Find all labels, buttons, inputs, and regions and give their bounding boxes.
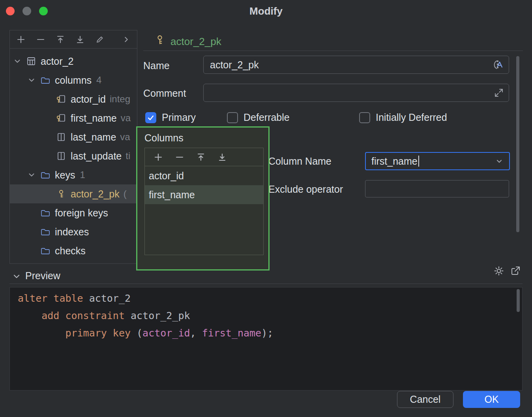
- header-divider: [143, 51, 523, 51]
- tree-toolbar: [10, 30, 137, 49]
- count-badge: 1: [80, 169, 85, 180]
- folder-icon: [40, 170, 51, 180]
- expand-icon[interactable]: [494, 88, 504, 98]
- text-cursor: [418, 156, 419, 167]
- tree-item-label: actor_2_pk: [71, 188, 120, 200]
- remove-icon[interactable]: [36, 35, 45, 44]
- tree-item-first-name[interactable]: first_name va: [10, 109, 137, 128]
- comment-input[interactable]: [203, 84, 509, 102]
- code-token: );: [261, 327, 273, 339]
- tree-item-label: indexes: [55, 226, 89, 238]
- code-token: [125, 310, 131, 321]
- move-up-icon[interactable]: [196, 152, 206, 162]
- titlebar: Modify: [0, 0, 532, 22]
- columns-panel-title: Columns: [137, 128, 268, 148]
- primary-checkbox[interactable]: [145, 112, 156, 123]
- tree-item-label: columns: [55, 75, 92, 86]
- tree-item-label: foreign keys: [55, 207, 108, 219]
- tree-item-actor-2-pk[interactable]: actor_2_pk (: [10, 184, 137, 203]
- gear-icon[interactable]: [493, 265, 504, 276]
- column-name-combobox[interactable]: first_name: [365, 152, 510, 170]
- exclude-operator-input[interactable]: [365, 180, 509, 197]
- ok-button-label: OK: [484, 394, 498, 405]
- code-token: (: [131, 327, 142, 339]
- tree-item-type: (: [124, 188, 127, 199]
- chevron-down-icon[interactable]: [26, 76, 37, 85]
- tree-item-checks[interactable]: checks: [10, 241, 137, 260]
- initially-deferred-checkbox-row[interactable]: Initially Deferred: [359, 112, 447, 123]
- code-scrollbar[interactable]: [517, 289, 520, 312]
- tree-item-label: first_name: [71, 113, 117, 124]
- column-name-label: Column Name: [268, 156, 332, 167]
- chevron-right-icon[interactable]: [122, 35, 131, 44]
- add-icon[interactable]: [154, 152, 163, 162]
- code-token: table: [53, 293, 83, 304]
- folder-icon: [40, 75, 51, 85]
- tree-item-type: va: [121, 113, 131, 124]
- tree-item-last-name[interactable]: last_name va: [10, 128, 137, 147]
- initially-deferred-checkbox[interactable]: [359, 112, 370, 123]
- exclude-operator-label: Exclude operator: [268, 184, 343, 195]
- chevron-down-icon[interactable]: [12, 57, 22, 66]
- name-input[interactable]: actor_2_pk: [203, 56, 509, 74]
- edit-icon[interactable]: [95, 35, 105, 44]
- move-down-icon[interactable]: [217, 152, 227, 162]
- kebab-menu-icon[interactable]: [493, 58, 503, 70]
- tree-item-actor-id[interactable]: actor_id integ: [10, 90, 137, 109]
- columns-list-item-first-name[interactable]: first_name: [145, 185, 263, 204]
- tree-item-type: va: [120, 131, 130, 143]
- tree-item-actor-2[interactable]: actor_2: [10, 52, 137, 71]
- tree-item-label: actor_id: [71, 94, 106, 105]
- code-token: add: [41, 310, 59, 321]
- deferrable-checkbox-row[interactable]: Deferrable: [227, 112, 290, 123]
- table-icon: [26, 56, 37, 66]
- initially-deferred-checkbox-label: Initially Deferred: [376, 112, 447, 123]
- tree-item-indexes[interactable]: indexes: [10, 222, 137, 241]
- list-item-label: first_name: [149, 189, 195, 201]
- key-icon: [154, 34, 166, 46]
- cancel-button[interactable]: Cancel: [397, 391, 453, 408]
- ok-button[interactable]: OK: [463, 391, 520, 408]
- preview-divider: [9, 284, 523, 284]
- comment-label: Comment: [143, 88, 186, 99]
- tree-item-last-update[interactable]: last_update ti: [10, 147, 137, 165]
- tree: actor_2 columns 4 actor_id integ first_n…: [10, 49, 137, 260]
- tree-item-label: checks: [55, 245, 86, 257]
- move-down-icon[interactable]: [75, 35, 85, 44]
- column-key-icon: [56, 94, 67, 104]
- sql-preview-editor[interactable]: alter table actor_2 add constraint actor…: [9, 287, 523, 391]
- code-token: ,: [190, 327, 202, 339]
- code-token: alter: [18, 293, 47, 304]
- count-badge: 4: [96, 75, 101, 86]
- tree-item-columns[interactable]: columns 4: [10, 71, 137, 90]
- code-token: actor_2_pk: [131, 310, 190, 321]
- tree-item-label: keys: [55, 169, 75, 181]
- tree-item-foreign-keys[interactable]: foreign keys: [10, 203, 137, 222]
- move-up-icon[interactable]: [56, 35, 65, 44]
- code-token: [83, 293, 89, 304]
- tree-item-keys[interactable]: keys 1: [10, 165, 137, 184]
- code-line: alter table actor_2: [18, 290, 514, 307]
- form-scrollbar[interactable]: [516, 56, 519, 232]
- modify-dialog: Modify actor_2 columns 4: [0, 0, 532, 417]
- folder-icon: [40, 227, 51, 237]
- preview-section-label[interactable]: Preview: [25, 270, 60, 282]
- remove-icon[interactable]: [175, 152, 184, 162]
- columns-list-item-actor-id[interactable]: actor_id: [145, 166, 263, 185]
- name-input-value: actor_2_pk: [210, 59, 259, 71]
- tree-item-label: actor_2: [41, 56, 73, 67]
- code-token: [107, 327, 113, 339]
- tree-item-type: integ: [110, 94, 130, 105]
- open-in-editor-icon[interactable]: [510, 265, 521, 276]
- chevron-down-icon[interactable]: [26, 171, 37, 179]
- deferrable-checkbox[interactable]: [227, 112, 238, 123]
- chevron-down-icon[interactable]: [494, 156, 504, 166]
- column-key-icon: [56, 113, 67, 123]
- primary-checkbox-row[interactable]: Primary: [145, 112, 196, 123]
- add-icon[interactable]: [16, 35, 26, 44]
- code-token: key: [113, 327, 131, 339]
- object-tree-panel: actor_2 columns 4 actor_id integ first_n…: [9, 30, 137, 264]
- tree-item-type: ti: [126, 150, 130, 162]
- column-icon: [56, 151, 67, 161]
- chevron-down-icon[interactable]: [12, 272, 21, 281]
